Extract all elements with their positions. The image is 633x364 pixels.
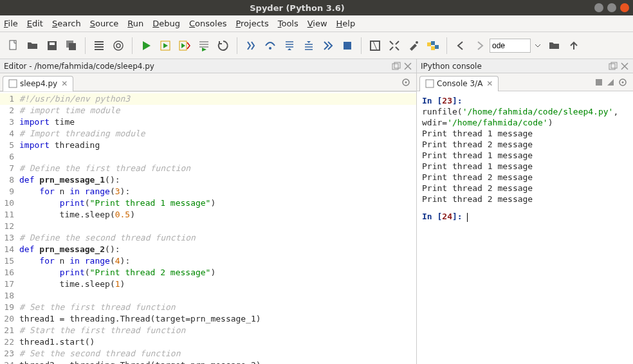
stop-debug-icon[interactable]	[339, 37, 356, 54]
run-cell-icon[interactable]	[157, 37, 174, 54]
code-line[interactable]: 1#!/usr/bin/env python3	[0, 93, 416, 105]
menu-tools[interactable]: Tools	[278, 19, 298, 28]
editor-tab[interactable]: sleep4.py ✕	[3, 76, 73, 91]
code-line[interactable]: 10 print("Print thread 1 message")	[0, 197, 416, 209]
menu-debug[interactable]: Debug	[152, 19, 180, 28]
line-number: 18	[0, 290, 18, 302]
line-number: 19	[0, 302, 18, 313]
menu-source[interactable]: Source	[90, 19, 119, 28]
list-icon[interactable]	[91, 37, 107, 54]
console-prompt[interactable]: In [24]:	[422, 211, 628, 222]
ipython-console[interactable]: In [23]: runfile('/home/fahmida/code/sle…	[417, 91, 633, 364]
menu-consoles[interactable]: Consoles	[189, 19, 226, 28]
cursor-icon	[467, 213, 468, 222]
code-line[interactable]: 19# Set the first thread function	[0, 302, 416, 313]
continue-icon[interactable]	[320, 37, 336, 54]
path-dropdown-icon[interactable]	[532, 37, 544, 54]
editor-options-icon[interactable]	[401, 77, 411, 87]
open-folder-icon[interactable]	[24, 37, 41, 54]
code-line[interactable]: 17 time.sleep(1)	[0, 278, 416, 290]
maximize-pane-icon[interactable]	[367, 37, 383, 54]
pane-close-icon[interactable]	[403, 62, 412, 71]
code-line[interactable]: 22thread1.start()	[0, 336, 416, 348]
code-line[interactable]: 21# Start the first thread function	[0, 325, 416, 336]
code-content: def prn_message_2():	[18, 244, 120, 255]
at-icon[interactable]	[110, 37, 127, 54]
menu-view[interactable]: View	[307, 19, 327, 28]
menu-run[interactable]: Run	[127, 19, 143, 28]
code-content: # Set the second thread function	[18, 348, 180, 359]
svg-rect-21	[596, 79, 602, 86]
parent-dir-icon[interactable]	[565, 37, 582, 54]
console-stop-icon[interactable]	[594, 78, 603, 87]
svg-rect-4	[69, 43, 76, 50]
menu-edit[interactable]: Edit	[27, 19, 43, 28]
maximize-icon[interactable]	[607, 3, 616, 12]
code-line[interactable]: 13# Define the second thread function	[0, 232, 416, 244]
code-line[interactable]: 6	[0, 151, 416, 163]
minimize-icon[interactable]	[594, 3, 603, 12]
code-line[interactable]: 11 time.sleep(0.5)	[0, 209, 416, 221]
preferences-icon[interactable]	[405, 37, 422, 54]
new-file-icon[interactable]	[5, 37, 22, 54]
debug-icon[interactable]	[243, 37, 259, 54]
code-line[interactable]: 24thread2 = threading.Thread(target=prn_…	[0, 359, 416, 364]
menu-projects[interactable]: Projects	[235, 19, 268, 28]
code-line[interactable]: 3import time	[0, 116, 416, 128]
line-number: 21	[0, 325, 18, 336]
line-number: 10	[0, 197, 18, 209]
pane-restore-icon[interactable]	[392, 62, 401, 71]
svg-point-5	[114, 41, 123, 50]
console-clear-icon[interactable]	[606, 78, 615, 87]
console-icon	[425, 79, 434, 88]
code-line[interactable]: 16 print("Print thread 2 message")	[0, 267, 416, 278]
menu-file[interactable]: File	[4, 19, 18, 28]
working-dir-input[interactable]	[490, 39, 531, 53]
forward-icon[interactable]	[472, 37, 488, 54]
close-icon[interactable]	[620, 3, 629, 12]
back-icon[interactable]	[452, 37, 469, 54]
menu-search[interactable]: Search	[52, 19, 81, 28]
rerun-icon[interactable]	[215, 37, 232, 54]
step-over-icon[interactable]	[262, 37, 279, 54]
console-output-line: Print thread 1 message	[422, 161, 628, 172]
code-line[interactable]: 23# Set the second thread function	[0, 348, 416, 359]
code-line[interactable]: 15 for n in range(4):	[0, 255, 416, 267]
code-line[interactable]: 7# Define the first thread function	[0, 163, 416, 174]
run-icon[interactable]	[138, 37, 154, 54]
code-line[interactable]: 5import threading	[0, 140, 416, 151]
console-tab[interactable]: Console 3/A ✕	[419, 76, 499, 91]
save-all-icon[interactable]	[63, 37, 80, 54]
pane-restore-icon[interactable]	[609, 62, 618, 71]
line-number: 8	[0, 174, 18, 186]
code-content: thread1 = threading.Thread(target=prn_me…	[18, 313, 261, 325]
run-cell-advance-icon[interactable]	[176, 37, 193, 54]
code-line[interactable]: 9 for n in range(3):	[0, 186, 416, 197]
step-out-icon[interactable]	[300, 37, 317, 54]
console-header: IPython console	[417, 59, 633, 73]
tab-close-icon[interactable]: ✕	[61, 79, 68, 88]
menu-help[interactable]: Help	[336, 19, 356, 28]
code-editor[interactable]: 1#!/usr/bin/env python32# import time mo…	[0, 91, 416, 364]
pythonpath-icon[interactable]	[425, 37, 441, 54]
code-content	[18, 290, 19, 302]
tab-close-icon[interactable]: ✕	[486, 79, 493, 88]
code-line[interactable]: 4# Import threading module	[0, 128, 416, 140]
save-icon[interactable]	[44, 37, 60, 54]
code-line[interactable]: 14def prn_message_2():	[0, 244, 416, 255]
fullscreen-icon[interactable]	[386, 37, 403, 54]
browse-folder-icon[interactable]	[546, 37, 563, 54]
step-in-icon[interactable]	[281, 37, 298, 54]
svg-rect-18	[609, 64, 615, 69]
line-number: 2	[0, 105, 18, 116]
svg-rect-0	[10, 41, 16, 50]
code-line[interactable]: 2# import time module	[0, 105, 416, 116]
code-line[interactable]: 12	[0, 221, 416, 232]
code-line[interactable]: 20thread1 = threading.Thread(target=prn_…	[0, 313, 416, 325]
code-content	[18, 221, 19, 232]
pane-close-icon[interactable]	[620, 62, 629, 71]
run-selection-icon[interactable]	[196, 37, 212, 54]
code-line[interactable]: 18	[0, 290, 416, 302]
console-options-icon[interactable]	[618, 77, 628, 87]
code-line[interactable]: 8def prn_message_1():	[0, 174, 416, 186]
